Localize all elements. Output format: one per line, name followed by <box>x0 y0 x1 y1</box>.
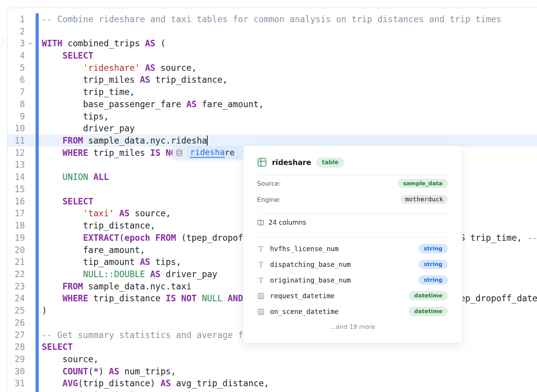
code-line[interactable]: 9 tips, <box>7 110 537 122</box>
code-text[interactable]: tip_amount AS tips, <box>42 257 181 267</box>
token-txt: trip_distance, <box>42 220 156 230</box>
line-number[interactable]: 16 <box>7 196 25 206</box>
code-text[interactable]: FROM sample_data.nyc.ridesha <box>42 136 208 145</box>
code-text[interactable]: NULL::DOUBLE AS driver_pay <box>42 269 217 279</box>
code-text[interactable]: fare_amount, <box>42 245 145 255</box>
code-text[interactable]: -- Combine rideshare and taxi tables for… <box>42 14 501 24</box>
columns-count: 24 columns <box>268 219 306 226</box>
line-number[interactable]: 31 <box>7 378 25 388</box>
line-number[interactable]: 27 <box>7 330 25 340</box>
token-txt: tip_amount <box>42 257 140 267</box>
code-text[interactable]: driver_pay <box>42 123 135 133</box>
line-number[interactable]: 21 <box>7 257 25 267</box>
line-number[interactable]: 18 <box>7 220 25 230</box>
code-line[interactable]: 10 driver_pay <box>7 122 537 134</box>
line-number[interactable]: 2 <box>7 26 25 36</box>
code-text[interactable]: 'rideshare' AS source, <box>42 63 196 73</box>
code-line[interactable]: 3WITH combined_trips AS ( <box>7 37 537 49</box>
code-text[interactable]: base_passenger_fare AS fare_amount, <box>42 99 264 109</box>
token-txt: source, <box>42 354 98 364</box>
line-number[interactable]: 26 <box>7 318 25 328</box>
line-number[interactable]: 29 <box>7 354 25 364</box>
token-txt <box>88 172 93 182</box>
code-text[interactable]: SELECT <box>42 51 93 60</box>
token-txt <box>42 136 62 145</box>
code-text[interactable]: SELECT <box>42 196 93 206</box>
code-text[interactable]: tips, <box>42 111 109 121</box>
token-kw: AVG <box>62 390 78 392</box>
token-kw: COUNT <box>62 366 88 376</box>
code-line[interactable]: 30 COUNT(*) AS num_trips, <box>7 365 537 377</box>
code-line[interactable]: 6 trip_miles AS trip_distance, <box>7 74 537 86</box>
fold-chevron-down-icon[interactable] <box>25 41 35 46</box>
column-name: on_scene_datetime <box>270 308 339 315</box>
line-number[interactable]: 25 <box>7 305 25 315</box>
table-name: rideshare <box>272 158 311 167</box>
line-number[interactable]: 17 <box>7 208 25 218</box>
code-line[interactable]: 11 FROM sample_data.nyc.ridesha <box>7 134 537 147</box>
line-number[interactable]: 4 <box>7 51 25 60</box>
line-number[interactable]: 5 <box>7 63 25 73</box>
gutter-change-bar <box>36 13 39 392</box>
code-text[interactable]: trip_distance, <box>42 220 156 230</box>
line-number[interactable]: 30 <box>7 366 25 376</box>
line-number[interactable]: 9 <box>7 111 25 121</box>
token-kw: FROM <box>156 233 176 243</box>
token-kw: * <box>93 366 98 376</box>
code-line[interactable]: 2 <box>7 25 537 38</box>
line-number[interactable]: 3 <box>7 38 25 48</box>
line-number[interactable]: 8 <box>7 99 25 109</box>
code-line[interactable]: 29 source, <box>7 353 537 365</box>
code-text[interactable]: source, <box>42 354 98 364</box>
code-text[interactable]: ) <box>42 305 47 315</box>
autocomplete-item-rideshare[interactable]: rideshare <box>186 146 242 159</box>
token-txt: avg_trip_time, <box>150 390 228 392</box>
code-line[interactable]: 4 SELECT <box>7 49 537 62</box>
source-row: Source: sample_data <box>257 175 448 191</box>
line-number[interactable]: 15 <box>7 184 25 194</box>
code-text[interactable]: trip_miles AS trip_distance, <box>42 75 228 85</box>
tooltip-header: rideshare table <box>257 156 448 169</box>
token-kw: AS <box>140 390 150 392</box>
code-line[interactable]: 8 base_passenger_fare AS fare_amount, <box>7 98 537 110</box>
partial-floating-button[interactable] <box>0 36 4 47</box>
code-text[interactable]: AVG(trip_distance) AS avg_trip_distance, <box>42 378 269 388</box>
autocomplete-popup[interactable]: rideshare <box>172 146 242 159</box>
line-number[interactable]: 28 <box>7 342 25 352</box>
code-text[interactable]: trip_time, <box>42 87 135 97</box>
line-number[interactable]: 13 <box>7 160 25 170</box>
line-number[interactable]: 14 <box>7 172 25 182</box>
line-number[interactable]: 6 <box>7 75 25 85</box>
token-kw: AS <box>109 366 119 376</box>
line-number[interactable]: 10 <box>7 123 25 133</box>
code-line[interactable]: 32 AVG(trip_time) AS avg_trip_time, <box>7 389 537 392</box>
datetime-type-icon <box>257 292 265 300</box>
token-txt: trip_time, <box>465 233 527 243</box>
code-text[interactable]: 'taxi' AS source, <box>42 208 171 218</box>
line-number[interactable]: 1 <box>7 14 25 24</box>
line-number[interactable]: 24 <box>7 293 25 303</box>
code-line[interactable]: 5 'rideshare' AS source, <box>7 62 537 74</box>
token-txt: trip_distance, <box>150 75 228 85</box>
line-number[interactable]: 22 <box>7 269 25 279</box>
code-text[interactable]: FROM sample_data.nyc.taxi <box>42 281 192 291</box>
code-text[interactable]: WITH combined_trips AS ( <box>42 38 166 48</box>
token-kw: AS <box>140 75 150 85</box>
line-number[interactable]: 32 <box>7 390 25 392</box>
more-columns-text: …and 19 more <box>257 323 448 330</box>
code-text[interactable]: UNION ALL <box>42 172 109 182</box>
code-text[interactable]: COUNT(*) AS num_trips, <box>42 366 176 376</box>
token-txt: source, <box>156 63 197 73</box>
code-text[interactable]: AVG(trip_time) AS avg_trip_time, <box>42 390 228 392</box>
code-text[interactable]: SELECT <box>42 342 73 352</box>
line-number[interactable]: 12 <box>7 148 25 158</box>
line-number[interactable]: 23 <box>7 281 25 291</box>
line-number[interactable]: 20 <box>7 245 25 255</box>
code-line[interactable]: 31 AVG(trip_distance) AS avg_trip_distan… <box>7 377 537 390</box>
code-line[interactable]: 7 trip_time, <box>7 86 537 98</box>
code-line[interactable]: 1-- Combine rideshare and taxi tables fo… <box>7 13 537 25</box>
line-number[interactable]: 19 <box>7 233 25 243</box>
line-number[interactable]: 11 <box>7 136 25 145</box>
token-txt: num_trips, <box>119 366 176 376</box>
line-number[interactable]: 7 <box>7 87 25 97</box>
